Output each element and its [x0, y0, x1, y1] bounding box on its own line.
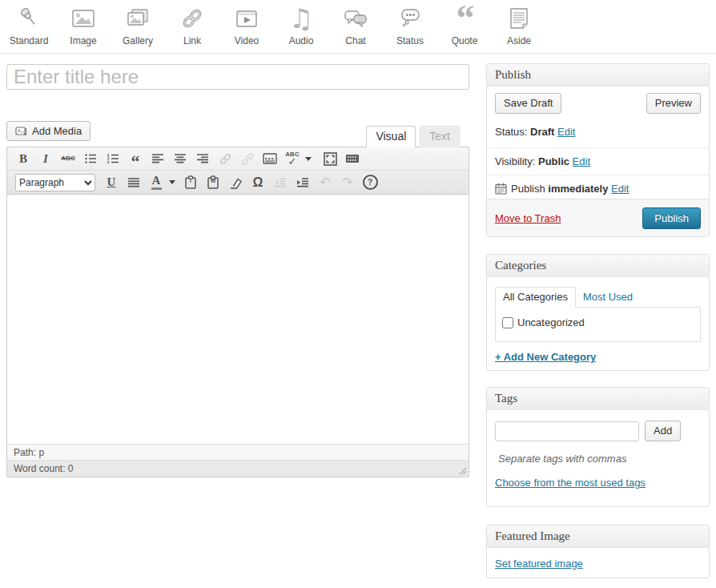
post-format-quote[interactable]: “ Quote: [437, 3, 492, 46]
publish-box-title[interactable]: Publish: [487, 64, 709, 87]
status-label: Status:: [495, 126, 527, 138]
status-line: Status: Draft Edit: [495, 126, 701, 138]
post-format-aside[interactable]: Aside: [492, 3, 546, 46]
insert-link-button[interactable]: [216, 149, 234, 168]
edit-status-link[interactable]: Edit: [557, 126, 575, 138]
preview-button[interactable]: Preview: [646, 93, 701, 114]
post-format-link[interactable]: Link: [165, 3, 219, 46]
outdent-icon: [274, 176, 287, 189]
align-right-button[interactable]: [194, 149, 211, 168]
add-new-category-link[interactable]: + Add New Category: [495, 351, 596, 363]
chevron-down-icon[interactable]: [305, 157, 312, 161]
pushpin-icon: [15, 3, 42, 34]
category-checkbox-uncategorized[interactable]: [502, 317, 513, 328]
add-tag-button[interactable]: Add: [645, 421, 681, 441]
align-center-button[interactable]: [171, 149, 189, 168]
featured-image-box-title[interactable]: Featured Image: [487, 526, 709, 548]
tags-box: Tags Add Separate tags with commas Choos…: [486, 387, 710, 507]
remove-formatting-button[interactable]: [227, 173, 244, 192]
choose-most-used-tags-link[interactable]: Choose from the most used tags: [495, 477, 646, 489]
help-button[interactable]: ?: [361, 173, 379, 192]
tag-input[interactable]: [495, 421, 639, 441]
gallery-icon: [124, 3, 151, 34]
visibility-value: Public: [538, 155, 569, 167]
edit-schedule-link[interactable]: Edit: [611, 183, 629, 195]
tags-box-title[interactable]: Tags: [487, 388, 709, 410]
post-format-label: Status: [396, 35, 424, 46]
tab-visual[interactable]: Visual: [366, 126, 416, 147]
more-tag-button[interactable]: [261, 149, 279, 168]
fullscreen-button[interactable]: [321, 149, 339, 168]
indent-button[interactable]: [294, 173, 312, 192]
editor-word-count-bar: Word count: 0: [7, 460, 469, 477]
numbered-list-button[interactable]: [104, 149, 122, 168]
post-format-label: Gallery: [123, 35, 153, 46]
save-draft-button[interactable]: Save Draft: [495, 93, 561, 114]
post-format-gallery[interactable]: Gallery: [111, 3, 165, 46]
move-to-trash-link[interactable]: Move to Trash: [495, 212, 561, 224]
post-format-image[interactable]: Image: [56, 3, 111, 46]
post-format-status[interactable]: Status: [383, 3, 437, 46]
editor-content-area[interactable]: [7, 195, 469, 444]
editor: B I ABC “: [6, 147, 469, 477]
set-featured-image-link[interactable]: Set featured image: [495, 558, 583, 570]
unlink-button[interactable]: [239, 149, 256, 168]
publish-major-actions: Move to Trash Publish: [487, 199, 709, 236]
divider: [0, 53, 716, 54]
publish-button[interactable]: Publish: [642, 207, 701, 229]
indent-icon: [296, 176, 309, 189]
edit-visibility-link[interactable]: Edit: [573, 155, 590, 167]
resize-handle-icon[interactable]: [457, 465, 467, 475]
tab-most-used[interactable]: Most Used: [576, 288, 640, 307]
visibility-label: Visibility:: [495, 155, 535, 167]
title-input[interactable]: [6, 64, 469, 90]
chat-bubbles-icon: [342, 3, 369, 34]
link-icon: [179, 3, 206, 34]
post-format-chat[interactable]: Chat: [328, 3, 383, 46]
spellcheck-button[interactable]: ABC ✓: [284, 149, 301, 168]
category-item: Uncategorized: [502, 316, 694, 328]
tab-text[interactable]: Text: [420, 126, 460, 147]
undo-button[interactable]: ↶: [316, 173, 334, 192]
bullet-list-button[interactable]: [82, 149, 99, 168]
special-character-button[interactable]: Ω: [249, 173, 267, 192]
post-format-label: Audio: [289, 35, 314, 46]
add-media-button[interactable]: Add Media: [6, 121, 91, 141]
kitchen-sink-button[interactable]: [344, 149, 361, 168]
align-left-icon: [151, 152, 164, 165]
post-format-label: Link: [183, 35, 201, 46]
tab-all-categories[interactable]: All Categories: [495, 287, 576, 308]
path-value: p: [38, 447, 44, 458]
italic-button[interactable]: I: [37, 149, 54, 168]
align-left-button[interactable]: [149, 149, 167, 168]
paragraph-select[interactable]: Paragraph: [15, 174, 95, 191]
blockquote-button[interactable]: “: [127, 149, 144, 168]
bold-button[interactable]: B: [14, 149, 32, 168]
categories-box-title[interactable]: Categories: [487, 255, 709, 277]
categories-box: Categories All Categories Most Used Unca…: [486, 254, 710, 371]
post-format-video[interactable]: Video: [219, 3, 274, 46]
color-swatch: [151, 187, 162, 190]
chevron-down-icon[interactable]: [169, 180, 175, 184]
paste-as-text-button[interactable]: T: [182, 173, 199, 192]
post-format-label: Aside: [507, 35, 531, 46]
publish-minor-actions: Save Draft Preview Status: Draft Edit: [487, 87, 709, 147]
outdent-button[interactable]: [272, 173, 289, 192]
align-right-icon: [196, 152, 209, 165]
text-color-button[interactable]: A: [147, 173, 165, 192]
editor-column: Add Media Visual Text B I ABC: [6, 64, 469, 481]
eraser-icon: [229, 176, 243, 189]
strikethrough-button[interactable]: ABC: [59, 149, 77, 168]
tag-input-row: Add: [495, 421, 701, 441]
post-format-standard[interactable]: Standard: [2, 3, 56, 46]
post-format-audio[interactable]: ♫ Audio: [274, 3, 328, 46]
justify-button[interactable]: [125, 173, 143, 192]
quote-marks-icon: “: [457, 3, 473, 34]
bullet-list-icon: [84, 152, 97, 165]
toolbar-row-2: Paragraph U A: [7, 171, 469, 195]
redo-button[interactable]: ↷: [339, 173, 356, 192]
post-format-label: Chat: [345, 35, 365, 46]
featured-image-box: Featured Image Set featured image: [486, 525, 710, 578]
paste-from-word-button[interactable]: W: [204, 173, 222, 192]
underline-button[interactable]: U: [103, 173, 120, 192]
